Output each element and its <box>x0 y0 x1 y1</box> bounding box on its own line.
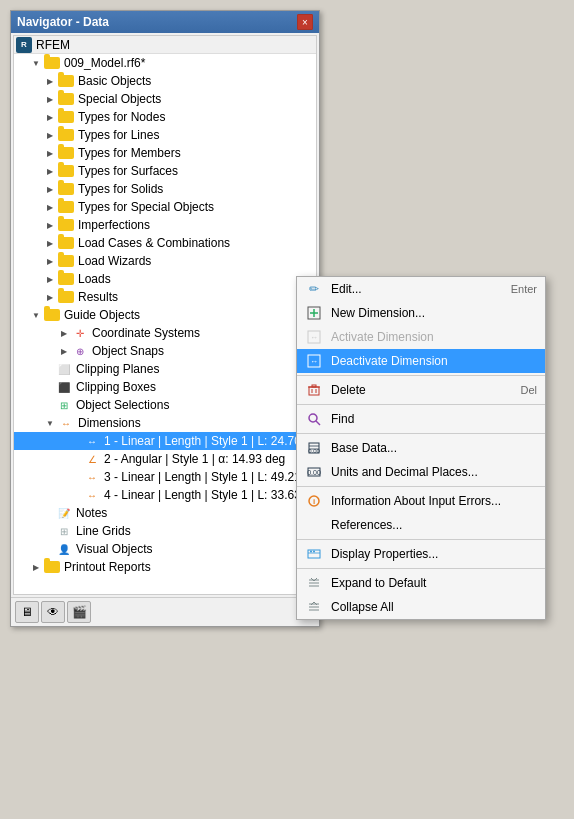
toolbar-camera-btn[interactable]: 🎬 <box>67 601 91 623</box>
menu-item-find[interactable]: Find <box>297 407 545 431</box>
deactivate-label: Deactivate Dimension <box>331 354 517 368</box>
coord-systems-icon: ✛ <box>72 325 88 341</box>
types-members-chevron <box>44 147 56 159</box>
svg-rect-9 <box>312 385 316 387</box>
dim-item-1[interactable]: ↔ 1 - Linear | Length | Style 1 | L: 24.… <box>14 432 316 450</box>
svg-rect-7 <box>309 387 319 395</box>
types-nodes-chevron <box>44 111 56 123</box>
menu-item-deactivate-dimension[interactable]: ↔ Deactivate Dimension <box>297 349 545 373</box>
dim-item-3[interactable]: ↔ 3 - Linear | Length | Style 1 | L: 49.… <box>14 468 316 486</box>
imperfections-chevron <box>44 219 56 231</box>
dim-item-2[interactable]: ∠ 2 - Angular | Style 1 | α: 14.93 deg <box>14 450 316 468</box>
dimensions-item[interactable]: ↔ Dimensions <box>14 414 316 432</box>
basic-objects-item[interactable]: Basic Objects <box>14 72 316 90</box>
results-item[interactable]: Results <box>14 288 316 306</box>
toolbar-screen-btn[interactable]: 🖥 <box>15 601 39 623</box>
notes-icon: 📝 <box>56 505 72 521</box>
imperfections-folder <box>58 219 74 231</box>
types-nodes-folder <box>58 111 74 123</box>
close-button[interactable]: × <box>297 14 313 30</box>
types-special-folder <box>58 201 74 213</box>
load-cases-folder <box>58 237 74 249</box>
menu-item-units[interactable]: 0.00 Units and Decimal Places... <box>297 460 545 484</box>
loads-item[interactable]: Loads <box>14 270 316 288</box>
activate-label: Activate Dimension <box>331 330 517 344</box>
imperfections-item[interactable]: Imperfections <box>14 216 316 234</box>
menu-item-expand-default[interactable]: Expand to Default <box>297 571 545 595</box>
special-objects-item[interactable]: Special Objects <box>14 90 316 108</box>
expand-default-icon <box>303 572 325 594</box>
menu-item-activate-dimension[interactable]: ↔ Activate Dimension <box>297 325 545 349</box>
collapse-all-label: Collapse All <box>331 600 517 614</box>
coord-systems-item[interactable]: ✛ Coordinate Systems <box>14 324 316 342</box>
line-grids-icon: ⊞ <box>56 523 72 539</box>
object-snaps-item[interactable]: ⊕ Object Snaps <box>14 342 316 360</box>
menu-item-collapse-all[interactable]: Collapse All <box>297 595 545 619</box>
types-surfaces-item[interactable]: Types for Surfaces <box>14 162 316 180</box>
dim-item-4[interactable]: ↔ 4 - Linear | Length | Style 1 | L: 33.… <box>14 486 316 504</box>
find-icon <box>303 408 325 430</box>
types-members-item[interactable]: Types for Members <box>14 144 316 162</box>
load-cases-label: Load Cases & Combinations <box>78 236 230 250</box>
context-menu: ✏ Edit... Enter New Dimension... ↔ Activ… <box>296 276 546 620</box>
line-grids-item[interactable]: ⊞ Line Grids <box>14 522 316 540</box>
types-surfaces-label: Types for Surfaces <box>78 164 178 178</box>
toolbar-view-btn[interactable]: 👁 <box>41 601 65 623</box>
types-lines-item[interactable]: Types for Lines <box>14 126 316 144</box>
delete-icon <box>303 379 325 401</box>
types-members-label: Types for Members <box>78 146 181 160</box>
types-solids-folder <box>58 183 74 195</box>
references-label: References... <box>331 518 517 532</box>
separator-2 <box>297 404 545 405</box>
menu-item-delete[interactable]: Delete Del <box>297 378 545 402</box>
display-properties-label: Display Properties... <box>331 547 517 561</box>
clipping-boxes-item[interactable]: ⬛ Clipping Boxes <box>14 378 316 396</box>
rfem-header[interactable]: R RFEM <box>14 36 316 54</box>
object-selections-item[interactable]: ⊞ Object Selections <box>14 396 316 414</box>
delete-shortcut: Del <box>520 384 537 396</box>
dim-item-2-icon: ∠ <box>84 451 100 467</box>
model-item[interactable]: 009_Model.rf6* <box>14 54 316 72</box>
printout-reports-item[interactable]: Printout Reports <box>14 558 316 576</box>
types-special-label: Types for Special Objects <box>78 200 214 214</box>
menu-item-new-dimension[interactable]: New Dimension... <box>297 301 545 325</box>
load-cases-item[interactable]: Load Cases & Combinations <box>14 234 316 252</box>
dimensions-chevron <box>44 417 56 429</box>
line-grids-label: Line Grids <box>76 524 131 538</box>
coord-systems-label: Coordinate Systems <box>92 326 200 340</box>
types-special-item[interactable]: Types for Special Objects <box>14 198 316 216</box>
menu-item-edit[interactable]: ✏ Edit... Enter <box>297 277 545 301</box>
guide-objects-item[interactable]: Guide Objects <box>14 306 316 324</box>
dim-item-3-icon: ↔ <box>84 469 100 485</box>
notes-item[interactable]: 📝 Notes <box>14 504 316 522</box>
printout-reports-label: Printout Reports <box>64 560 151 574</box>
imperfections-label: Imperfections <box>78 218 150 232</box>
svg-text:↔: ↔ <box>310 357 318 366</box>
new-dimension-icon <box>303 302 325 324</box>
menu-item-info-errors[interactable]: i Information About Input Errors... <box>297 489 545 513</box>
clipping-boxes-icon: ⬛ <box>56 379 72 395</box>
model-chevron <box>30 57 42 69</box>
types-members-folder <box>58 147 74 159</box>
visual-objects-item[interactable]: 👤 Visual Objects <box>14 540 316 558</box>
loads-chevron <box>44 273 56 285</box>
object-snaps-label: Object Snaps <box>92 344 164 358</box>
results-chevron <box>44 291 56 303</box>
navigator-window: Navigator - Data × R RFEM 009_Model.rf6*… <box>10 10 320 627</box>
menu-item-base-data[interactable]: 0.00 Base Data... <box>297 436 545 460</box>
object-snaps-chevron <box>58 345 70 357</box>
delete-label: Delete <box>331 383 500 397</box>
menu-item-display-properties[interactable]: Display Properties... <box>297 542 545 566</box>
types-lines-chevron <box>44 129 56 141</box>
clipping-boxes-label: Clipping Boxes <box>76 380 156 394</box>
dim-item-3-label: 3 - Linear | Length | Style 1 | L: 49.21… <box>104 470 311 484</box>
separator-3 <box>297 433 545 434</box>
menu-item-references[interactable]: ⠀ References... <box>297 513 545 537</box>
deactivate-icon: ↔ <box>303 350 325 372</box>
expand-default-label: Expand to Default <box>331 576 517 590</box>
types-nodes-item[interactable]: Types for Nodes <box>14 108 316 126</box>
types-solids-item[interactable]: Types for Solids <box>14 180 316 198</box>
guide-objects-chevron <box>30 309 42 321</box>
clipping-planes-item[interactable]: ⬜ Clipping Planes <box>14 360 316 378</box>
load-wizards-item[interactable]: Load Wizards <box>14 252 316 270</box>
